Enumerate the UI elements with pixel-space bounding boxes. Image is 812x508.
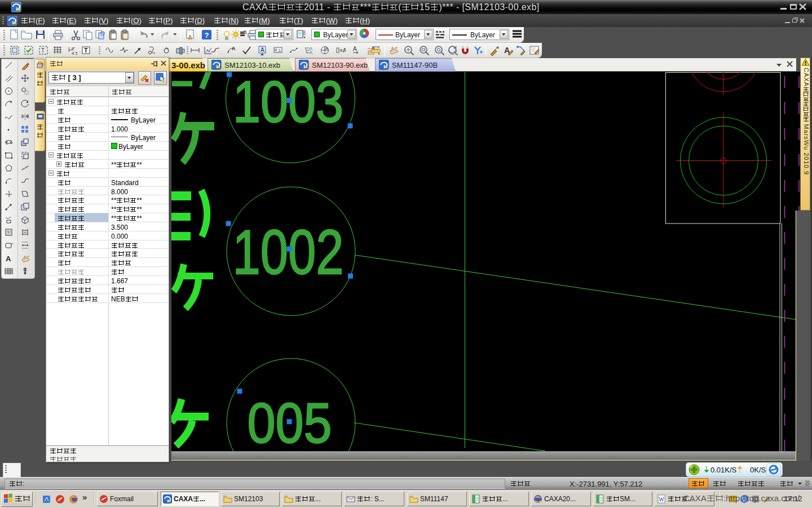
svg-text:M: M [16, 6, 20, 12]
svg-text:A: A [325, 46, 328, 50]
svg-text:.1: .1 [277, 49, 281, 52]
svg-text:A: A [6, 255, 11, 263]
svg-text:M: M [303, 64, 307, 69]
svg-text:A: A [353, 46, 357, 52]
svg-text:M: M [383, 64, 387, 69]
svg-text:T: T [41, 47, 45, 54]
svg-text:A: A [261, 47, 264, 53]
svg-text:A: A [309, 50, 312, 55]
svg-text:M: M [167, 498, 171, 503]
svg-text:4 5: 4 5 [72, 51, 77, 56]
svg-text:1002: 1002 [233, 217, 344, 287]
svg-text:M: M [12, 20, 16, 25]
svg-text:A: A [232, 46, 236, 51]
svg-text:M: M [216, 64, 220, 69]
svg-text:T: T [84, 47, 88, 54]
svg-text:×A: ×A [339, 47, 346, 54]
svg-text:?: ? [205, 31, 209, 40]
